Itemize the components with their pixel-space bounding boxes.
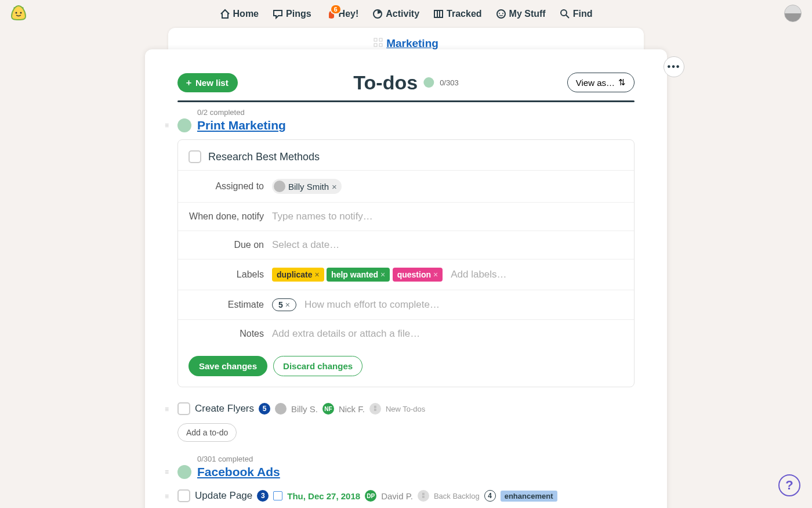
remove-icon[interactable]: ×	[285, 300, 290, 309]
main-card: ••• ＋New list To-dos 0/303 View as…⇅ ≡0/…	[145, 49, 667, 508]
nav-pings[interactable]: Pings	[273, 9, 311, 19]
view-as-button[interactable]: View as…⇅	[567, 73, 635, 92]
todo-item[interactable]: ≡Retarget1Billy S.⦙⦙New To-dos1questionh…	[177, 506, 635, 508]
field-label: When done, notify	[188, 211, 264, 222]
progress-indicator	[423, 77, 434, 88]
list-title-link[interactable]: Print Marketing	[197, 118, 286, 132]
todo-title[interactable]: Research Best Methods	[208, 151, 320, 163]
remove-icon[interactable]: ×	[380, 270, 385, 279]
nav-home-label: Home	[233, 9, 259, 19]
top-nav: Home Pings 6 Hey! Activity Tracked My St…	[0, 0, 812, 28]
label-pill[interactable]: duplicate ×	[272, 268, 324, 282]
todo-item[interactable]: ≡Update Page3Thu, Dec 27, 2018DPDavid P.…	[177, 486, 635, 506]
svg-rect-13	[374, 44, 377, 46]
todo-checkbox[interactable]	[177, 402, 190, 415]
nav-home[interactable]: Home	[220, 9, 259, 19]
list-title-link[interactable]: Facebook Ads	[197, 465, 280, 479]
estimate-input[interactable]: How much effort to complete…	[304, 299, 440, 311]
list-header: ≡0/301 completedFacebook Ads	[177, 465, 635, 479]
new-list-label: New list	[195, 78, 229, 88]
nav-tracked[interactable]: Tracked	[433, 9, 481, 19]
view-as-label: View as…	[576, 78, 615, 88]
nav-hey[interactable]: 6 Hey!	[325, 9, 359, 19]
estimate-chip[interactable]: 5 ×	[272, 298, 296, 311]
nav-activity[interactable]: Activity	[372, 9, 419, 19]
list-block: ≡0/2 completedPrint Marketing Research B…	[145, 118, 667, 465]
hey-badge: 6	[330, 4, 342, 15]
assignee-name: Billy S.	[291, 404, 318, 414]
label-pill[interactable]: question ×	[393, 268, 443, 282]
nav-find[interactable]: Find	[560, 9, 593, 19]
completed-count: 0/301 completed	[197, 455, 253, 463]
field-label: Due on	[188, 240, 264, 250]
svg-rect-14	[379, 44, 382, 46]
labels-input[interactable]: Add labels…	[451, 269, 506, 280]
due-input[interactable]: Select a date…	[272, 239, 339, 251]
count-label: 0/303	[440, 78, 459, 87]
divider	[177, 100, 635, 102]
nav-hey-label: Hey!	[339, 9, 359, 19]
count-badge: 5	[259, 403, 270, 415]
list-progress-icon	[177, 118, 191, 132]
svg-point-9	[561, 10, 567, 16]
todo-checkbox[interactable]	[188, 150, 201, 163]
stage-label: New To-dos	[386, 405, 425, 413]
todo-checkbox[interactable]	[177, 489, 190, 502]
svg-line-10	[566, 15, 569, 18]
header-row: ＋New list To-dos 0/303 View as…⇅	[145, 73, 667, 100]
help-button[interactable]: ?	[778, 474, 800, 496]
drag-handle-icon[interactable]: ≡	[165, 121, 168, 129]
count-badge: 3	[257, 490, 269, 502]
assignee-name: David P.	[381, 491, 413, 501]
drag-handle-icon[interactable]: ≡	[165, 405, 168, 413]
list-progress-icon	[177, 465, 191, 479]
assignee-name: Nick F.	[339, 404, 365, 414]
stage-icon: ⦙⦙	[418, 490, 429, 502]
add-todo-button[interactable]: Add a to-do	[177, 423, 237, 442]
svg-point-6	[497, 10, 505, 18]
remove-icon[interactable]: ×	[314, 270, 319, 279]
stage-label: Back Backlog	[434, 492, 480, 500]
new-list-button[interactable]: ＋New list	[177, 73, 238, 92]
remove-icon[interactable]: ×	[433, 270, 438, 279]
user-avatar[interactable]	[784, 5, 802, 22]
label-pill[interactable]: help wanted ×	[327, 268, 390, 282]
activity-icon	[372, 9, 383, 19]
avatar-icon	[274, 181, 285, 192]
breadcrumb-link[interactable]: Marketing	[386, 37, 438, 50]
avatar-initials: NF	[322, 403, 334, 415]
svg-rect-12	[379, 38, 382, 41]
avatar-icon	[275, 403, 287, 415]
grid-icon	[374, 38, 383, 49]
nav-mystuff-label: My Stuff	[509, 9, 546, 19]
nav-mystuff[interactable]: My Stuff	[496, 9, 546, 19]
svg-point-0	[16, 12, 17, 14]
discard-button[interactable]: Discard changes	[273, 356, 362, 376]
svg-point-7	[499, 13, 500, 14]
todo-title: Create Flyers	[195, 403, 254, 415]
todo-edit-panel: Research Best Methods Assigned toBilly S…	[177, 139, 635, 387]
todo-title: Update Page	[195, 490, 252, 502]
notes-input[interactable]: Add extra details or attach a file…	[272, 328, 420, 340]
labels-container: duplicate × help wanted × question ×	[272, 268, 443, 282]
drag-handle-icon[interactable]: ≡	[165, 468, 168, 476]
sort-icon: ⇅	[618, 77, 626, 88]
page-title: To-dos	[353, 71, 418, 94]
svg-point-8	[502, 13, 503, 14]
todo-item[interactable]: ≡Create Flyers5Billy S.NFNick F.⦙⦙New To…	[177, 399, 635, 419]
remove-icon[interactable]: ×	[332, 182, 337, 192]
drag-handle-icon[interactable]: ≡	[165, 492, 168, 500]
field-label: Notes	[188, 329, 264, 339]
tracked-icon	[433, 9, 444, 19]
estimate-badge: 4	[484, 490, 496, 502]
assignee-chip[interactable]: Billy Smith ×	[272, 179, 342, 194]
completed-count: 0/2 completed	[197, 108, 245, 117]
plus-icon: ＋	[184, 77, 193, 88]
search-icon	[560, 9, 570, 19]
nav-tracked-label: Tracked	[447, 9, 481, 19]
logo[interactable]	[9, 5, 28, 21]
notify-input[interactable]: Type names to notify…	[272, 211, 373, 222]
field-label: Labels	[188, 269, 264, 280]
list-block: ≡0/301 completedFacebook Ads≡Update Page…	[145, 465, 667, 508]
save-button[interactable]: Save changes	[188, 356, 267, 376]
